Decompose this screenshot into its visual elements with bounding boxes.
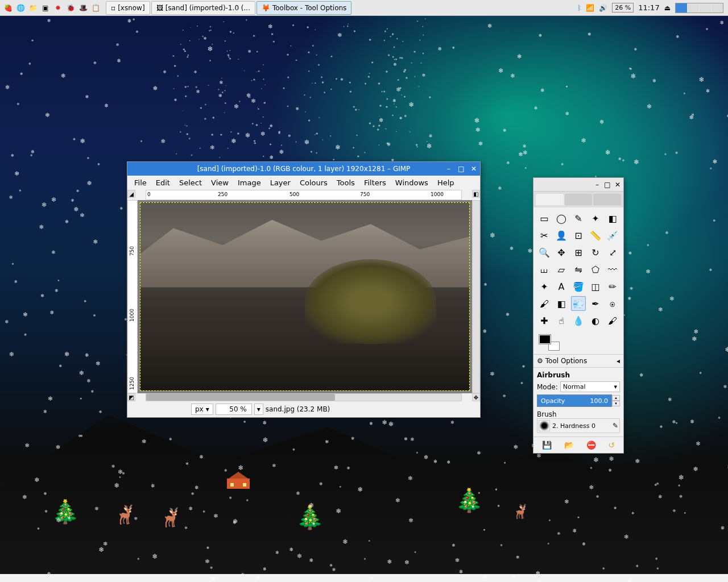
tool-bucket[interactable]: 🪣 [571,279,586,294]
bluetooth-icon[interactable]: ᛒ [577,4,581,12]
volume-icon[interactable]: 🔊 [599,4,607,12]
tool-text[interactable]: A [554,279,569,294]
task-button-gimp-toolbox[interactable]: 🦊Toolbox - Tool Options [257,1,351,15]
menu-tools[interactable]: Tools [332,177,359,189]
tool-rect-select[interactable]: ▭ [537,211,552,226]
workspace-4[interactable] [712,3,723,13]
menu-select[interactable]: Select [175,177,206,189]
tool-options-header[interactable]: ⚙ Tool Options ◂ [533,354,623,368]
close-button[interactable]: ✕ [470,165,478,173]
ruler-vertical[interactable]: 750 1000 1250 [127,200,138,393]
terminal-icon[interactable]: ▣ [40,2,51,14]
opacity-slider[interactable]: Opacity 100.0 [537,394,612,407]
browser-icon[interactable]: 🌐 [15,2,26,14]
scrollbar-vertical[interactable] [472,200,480,393]
menu-colours[interactable]: Colours [295,177,332,189]
eject-icon[interactable]: ⏏ [664,4,671,12]
tool-scale[interactable]: ⤢ [605,245,620,260]
save-options-icon[interactable]: 💾 [542,440,552,450]
tool-blur[interactable]: 💧 [571,313,586,328]
zoom-input[interactable]: 50 % [216,404,252,415]
app-icon[interactable]: 🐞 [65,2,76,14]
foreground-color-swatch[interactable] [539,335,551,344]
tool-gradient[interactable]: ◫ [588,279,603,294]
tool-pencil[interactable]: ✏ [605,279,620,294]
tool-ink[interactable]: ✒ [588,296,603,311]
tool-by-color-select[interactable]: ◧ [605,211,620,226]
tool-color-picker[interactable]: 💉 [605,228,620,243]
tool-airbrush[interactable]: 💨 [571,296,586,311]
unit-selector[interactable]: px▾ [191,404,213,415]
navigation-icon[interactable]: ✥ [472,393,480,401]
tool-scissors[interactable]: ✂ [537,228,552,243]
battery-indicator[interactable]: 26 % [612,3,634,13]
wifi-icon[interactable]: 📶 [586,4,594,12]
toolbox-tab[interactable] [593,194,621,205]
restore-options-icon[interactable]: 📂 [564,440,574,450]
tool-paintbrush[interactable]: 🖌 [537,296,552,311]
maximize-button[interactable]: □ [604,181,611,189]
tool-zoom[interactable]: 🔍 [537,245,552,260]
menu-layer[interactable]: Layer [266,177,295,189]
workspace-1[interactable] [676,3,687,13]
tool-crop[interactable]: ⊡ [571,228,586,243]
tool-free-select[interactable]: ✎ [571,211,586,226]
ruler-horizontal[interactable]: 0 250 500 750 1000 [146,190,462,200]
menu-image[interactable]: Image [233,177,266,189]
delete-options-icon[interactable]: ⛔ [586,440,596,450]
reset-options-icon[interactable]: ↺ [608,440,615,450]
tool-smudge[interactable]: ☝ [554,313,569,328]
tool-foreground[interactable]: 👤 [554,228,569,243]
raspberry-menu-icon[interactable]: 🍓 [2,2,14,14]
app-icon[interactable]: 📋 [90,2,101,14]
menu-filters[interactable]: Filters [359,177,391,189]
app-icon[interactable]: 🎩 [77,2,89,14]
canvas-viewport[interactable] [138,200,472,393]
brush-edit-icon[interactable]: ✎ [613,422,618,430]
brush-selector[interactable]: 2. Hardness 0 ✎ [537,418,620,433]
workspace-switcher[interactable] [675,3,723,13]
canvas-image[interactable] [140,202,470,391]
menu-help[interactable]: Help [433,177,459,189]
menu-file[interactable]: File [130,177,151,189]
gimp-titlebar[interactable]: [sand] (imported)-1.0 (RGB colour, 1 lay… [127,162,480,176]
zoom-dropdown[interactable]: ▾ [254,404,263,415]
app-icon[interactable]: ✸ [52,2,64,14]
toolbox-titlebar[interactable]: – □ ✕ [533,178,623,192]
tool-flip[interactable]: ⇋ [571,262,586,277]
tool-unified[interactable]: ✦ [537,279,552,294]
tool-mypaint[interactable]: 🖌 [605,313,620,328]
maximize-button[interactable]: □ [457,165,465,173]
tool-align[interactable]: ⊞ [571,245,586,260]
tool-fuzzy-select[interactable]: ✦ [588,211,603,226]
clock[interactable]: 11:17 [638,3,659,12]
toolbox-tab[interactable] [565,194,593,205]
menu-windows[interactable]: Windows [391,177,433,189]
quickmask-toggle[interactable]: ◩ [127,393,135,401]
workspace-2[interactable] [688,3,699,13]
tool-cage[interactable]: ⬠ [588,262,603,277]
minimize-button[interactable]: – [594,181,601,189]
quickmask-icon[interactable]: ◧ [472,190,480,198]
task-button-gimp-image[interactable]: 🖼[sand] (imported)-1.0 (... [151,1,255,15]
tool-ellipse-select[interactable]: ◯ [554,211,569,226]
tool-warp[interactable]: 〰 [605,262,620,277]
tool-perspective[interactable]: ▱ [554,262,569,277]
tool-dodge[interactable]: ◐ [588,313,603,328]
workspace-3[interactable] [700,3,711,13]
tool-heal[interactable]: ✚ [537,313,552,328]
toolbox-tab[interactable] [536,194,564,205]
close-button[interactable]: ✕ [614,181,621,189]
menu-edit[interactable]: Edit [151,177,175,189]
tool-shear[interactable]: ⧢ [537,262,552,277]
scrollbar-horizontal[interactable] [146,393,462,401]
minimize-button[interactable]: – [445,165,453,173]
tool-clone[interactable]: ⍟ [605,296,620,311]
tool-measure[interactable]: 📏 [588,228,603,243]
detach-icon[interactable]: ◂ [617,357,620,365]
menu-view[interactable]: View [206,177,233,189]
tool-eraser[interactable]: ◧ [554,296,569,311]
filemanager-icon[interactable]: 📁 [27,2,39,14]
mode-select[interactable]: Normal▾ [560,381,620,392]
tool-move[interactable]: ✥ [554,245,569,260]
